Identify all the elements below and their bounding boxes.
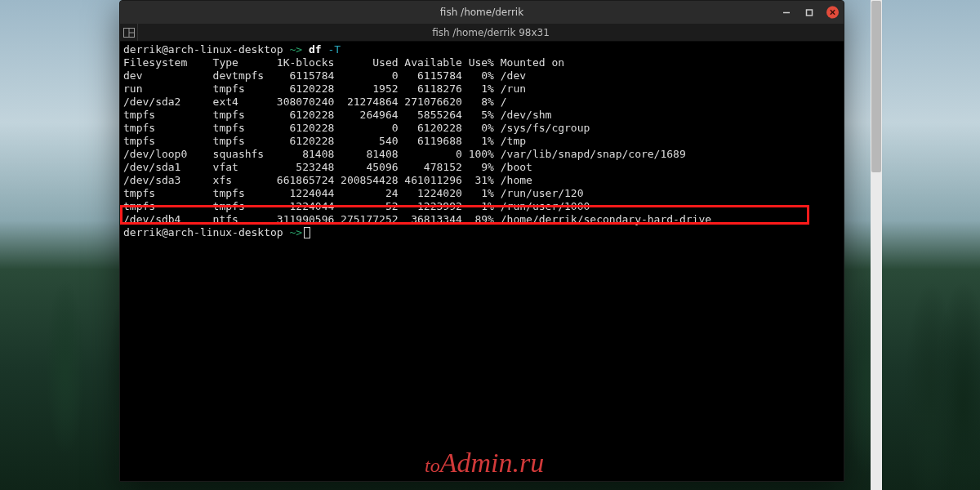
df-row: tmpfs tmpfs 6120228 540 6119688 1% /tmp <box>123 135 840 148</box>
df-row: /dev/loop0 squashfs 81408 81408 0 100% /… <box>123 148 840 161</box>
window-title: fish /home/derrik <box>440 7 523 18</box>
tab-bar: fish /home/derrik 98x31 <box>120 24 844 42</box>
terminal-viewport[interactable]: derrik@arch-linux-desktop ~> df -TFilesy… <box>120 42 844 481</box>
prompt-line: derrik@arch-linux-desktop ~> df -T <box>123 43 840 56</box>
df-row: /dev/sda3 xfs 661865724 200854428 461011… <box>123 174 840 187</box>
terminal-window: fish /home/derrik fish /home/derrik 98x3… <box>119 0 844 482</box>
df-row: tmpfs tmpfs 6120228 0 6120228 0% /sys/fs… <box>123 122 840 135</box>
maximize-button[interactable] <box>804 7 815 18</box>
svg-rect-1 <box>807 10 813 16</box>
df-row: run tmpfs 6120228 1952 6118276 1% /run <box>123 82 840 96</box>
df-row: /dev/sda2 ext4 308070240 21274864 271076… <box>123 96 840 109</box>
prompt-line: derrik@arch-linux-desktop ~> <box>123 226 840 239</box>
df-row: tmpfs tmpfs 1224044 24 1224020 1% /run/u… <box>123 187 840 200</box>
scrollbar-thumb[interactable] <box>871 1 881 172</box>
df-row: tmpfs tmpfs 6120228 264964 5855264 5% /d… <box>123 109 840 122</box>
minimize-button[interactable] <box>781 7 792 18</box>
df-row: dev devtmpfs 6115784 0 6115784 0% /dev <box>123 69 840 82</box>
df-row: /dev/sdb4 ntfs 311990596 275177252 36813… <box>123 213 840 226</box>
df-header: Filesystem Type 1K-blocks Used Available… <box>123 56 840 69</box>
window-titlebar[interactable]: fish /home/derrik <box>120 1 844 24</box>
cursor <box>304 227 310 238</box>
split-panes-icon[interactable] <box>120 24 138 41</box>
df-row: /dev/sda1 vfat 523248 45096 478152 9% /b… <box>123 161 840 174</box>
df-row: tmpfs tmpfs 1224044 52 1223992 1% /run/u… <box>123 200 840 213</box>
tab-label[interactable]: fish /home/derrik 98x31 <box>138 27 844 38</box>
page-scrollbar-track <box>871 0 882 490</box>
scrollbar-track[interactable] <box>871 0 882 490</box>
window-controls <box>781 7 839 19</box>
close-button[interactable] <box>826 7 839 19</box>
